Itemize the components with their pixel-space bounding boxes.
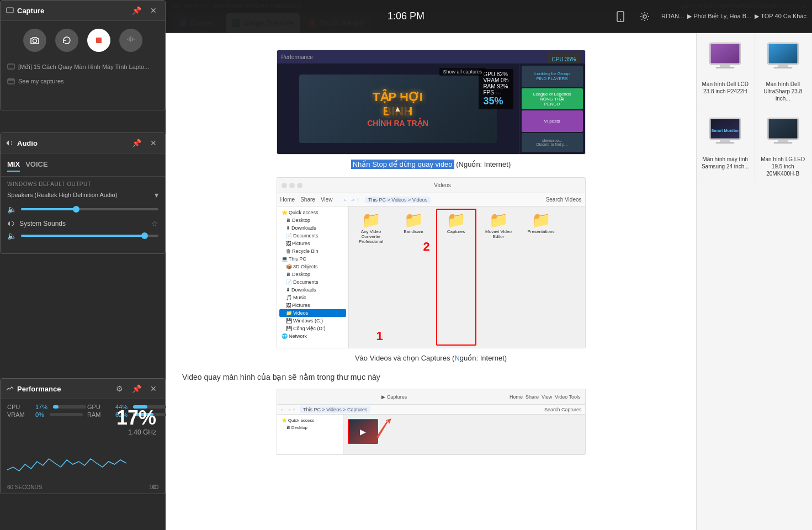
perf-titlebar: Performance ⚙ 📌 ✕ <box>1 379 165 399</box>
folder-movavi[interactable]: 📁 Movavi Video Editor <box>481 211 517 343</box>
sidebar-network: 🌐 Network <box>279 332 346 340</box>
folder-any-video[interactable]: 📁 Any Video Converter Professional <box>353 211 389 343</box>
settings-perf-button[interactable]: ⚙ <box>113 383 126 394</box>
pin-audio-button[interactable]: 📌 <box>129 137 144 149</box>
capture-controls <box>1 21 165 60</box>
mute-button[interactable] <box>119 29 142 52</box>
arrow-icon <box>374 417 396 439</box>
captures-explorer-image: ▶ Captures Home Share View Video Tools ←… <box>277 389 586 455</box>
svg-rect-29 <box>778 139 788 142</box>
audio-icon <box>6 139 14 147</box>
perf-zero: 0 <box>153 484 156 490</box>
folder-name-bandicam: Bandicam <box>396 229 432 234</box>
close-capture-button[interactable]: ✕ <box>147 5 160 16</box>
sidebar-docs2: 📄 Documents <box>279 278 346 286</box>
audio-device-row: Speakers (Realtek High Definition Audio)… <box>7 190 158 199</box>
product-name-3: Màn hình máy tính Samsung 24 inch... <box>701 156 750 170</box>
caption-highlight: Nhấn Stop để dừng quay video <box>351 160 454 169</box>
monitor-svg-1 <box>704 40 746 76</box>
star-icon[interactable]: ☆ <box>151 219 158 228</box>
cpu-bar <box>53 405 59 409</box>
system-volume-low-icon: 🔈 <box>7 231 17 240</box>
ram-label: RAM <box>87 411 112 418</box>
screen-recording-image: Performance CPU 35% TẬP HỢIBINH CHÍNH RA… <box>277 50 586 155</box>
vram-value: 0% <box>35 411 44 418</box>
close-perf-button[interactable]: ✕ <box>147 383 160 394</box>
svg-rect-21 <box>774 67 792 68</box>
svg-rect-17 <box>716 67 734 68</box>
capture-text: [Mới] 15 Cách Quay Màn Hình Máy Tính Lap… <box>18 63 149 71</box>
tab-voice[interactable]: VOICE <box>25 158 47 172</box>
sidebar-documents: 📄 Documents <box>279 232 346 240</box>
see-captures-label: See my captures <box>18 78 64 84</box>
product-grid: Màn hình Dell LCD 23.8 inch P2422H Màn h… <box>697 33 812 183</box>
volume-low-icon: 🔈 <box>7 205 17 214</box>
system-sounds-icon <box>7 219 16 228</box>
product-dell-p2422h[interactable]: Màn hình Dell LCD 23.8 inch P2422H <box>697 33 755 108</box>
folder-bandicam[interactable]: 📁 Bandicam <box>396 211 432 343</box>
capture-panel: Capture 📌 ✕ [Mới] 15 Cách Quay Màn Hình … <box>0 0 166 110</box>
svg-rect-13 <box>8 79 14 84</box>
phone-taskbar-icon[interactable] <box>611 7 630 26</box>
scroll-text: RITAN... ▶ Phút Biệt Ly, Hoa B... ▶ TOP … <box>661 13 806 20</box>
svg-point-8 <box>643 15 646 18</box>
close-audio-button[interactable]: ✕ <box>147 137 160 149</box>
sidebar-down2: ⬇ Downloads <box>279 286 346 294</box>
volume-track[interactable] <box>21 208 158 210</box>
perf-chart <box>7 448 126 478</box>
explorer-body: ⭐ Quick access 🖥 Desktop ⬇ Downloads 📄 D… <box>277 206 585 348</box>
camera-button[interactable] <box>23 29 46 52</box>
product-dell-ultrasharp[interactable]: Màn hình Dell UltraSharp 23.8 inch... <box>755 33 813 108</box>
clock: 1:06 PM <box>388 10 424 22</box>
pin-button[interactable]: 📌 <box>129 5 144 16</box>
svg-point-7 <box>620 19 621 20</box>
explorer-main: 📁 Any Video Converter Professional 📁 Ban… <box>349 206 585 348</box>
captures-folder-icon <box>7 77 15 85</box>
svg-rect-30 <box>774 142 792 144</box>
audio-tab-bar: MIX VOICE <box>1 153 165 177</box>
see-captures-link[interactable]: See my captures <box>1 74 165 88</box>
svg-rect-26 <box>716 142 734 144</box>
vram-label: VRAM <box>7 411 32 418</box>
product-img-2 <box>761 39 805 77</box>
explorer-sidebar: ⭐ Quick access 🖥 Desktop ⬇ Downloads 📄 D… <box>277 206 349 348</box>
settings-taskbar-icon[interactable] <box>635 7 655 26</box>
svg-rect-11 <box>96 38 102 43</box>
svg-point-10 <box>33 39 37 43</box>
folder-captures[interactable]: 📁 Captures <box>438 211 474 343</box>
cpu-value: 17% <box>35 404 47 410</box>
annotation-2: 2 <box>423 240 430 254</box>
vram-row: VRAM 0% <box>7 411 86 418</box>
sidebar-videos[interactable]: 📁 Videos <box>279 309 346 317</box>
pin-perf-button[interactable]: 📌 <box>129 383 144 394</box>
svg-rect-25 <box>720 139 730 142</box>
system-volume-thumb[interactable] <box>141 232 148 239</box>
cpu-label: CPU <box>7 404 32 410</box>
product-samsung-24[interactable]: Smart Monitor Màn hình máy tính Samsung … <box>697 108 755 183</box>
audio-device-chevron[interactable]: ▾ <box>155 190 158 199</box>
perf-big-value: 17% <box>116 406 156 430</box>
folder-icon-bandicam: 📁 <box>396 211 432 229</box>
stop-record-button[interactable] <box>87 29 110 52</box>
system-volume-fill <box>21 235 145 237</box>
product-lg-led[interactable]: Màn hình LG LED 19.5 inch 20MK400H-B <box>755 108 813 183</box>
sidebar-winc: 💾 Windows (C:) <box>279 317 346 325</box>
gpu-label: GPU <box>87 404 112 410</box>
folder-presentations[interactable]: 📁 Presentations <box>523 211 559 343</box>
description-icon <box>7 63 15 71</box>
sidebar-this-pc: 💻 This PC <box>279 255 346 263</box>
capture-icon <box>6 7 14 14</box>
sidebar-3d: 📦 3D Objects <box>279 263 346 271</box>
capture-description: [Mới] 15 Cách Quay Màn Hình Máy Tính Lap… <box>1 60 165 74</box>
system-volume-track[interactable] <box>21 235 158 237</box>
folder-icon-any-video: 📁 <box>353 211 389 229</box>
volume-thumb[interactable] <box>73 206 79 213</box>
audio-titlebar: Audio 📌 ✕ <box>1 133 165 153</box>
perf-icon <box>6 385 14 393</box>
system-volume-slider-row: 🔈 <box>7 231 158 240</box>
rotate-button[interactable] <box>55 29 78 52</box>
tab-mix[interactable]: MIX <box>7 158 20 172</box>
annotation-1: 1 <box>376 329 383 343</box>
caption1: Nhấn Stop để dừng quay video (Nguồn: Int… <box>182 160 680 168</box>
sidebar-recycle: 🗑 Recycle Bin <box>279 247 346 255</box>
